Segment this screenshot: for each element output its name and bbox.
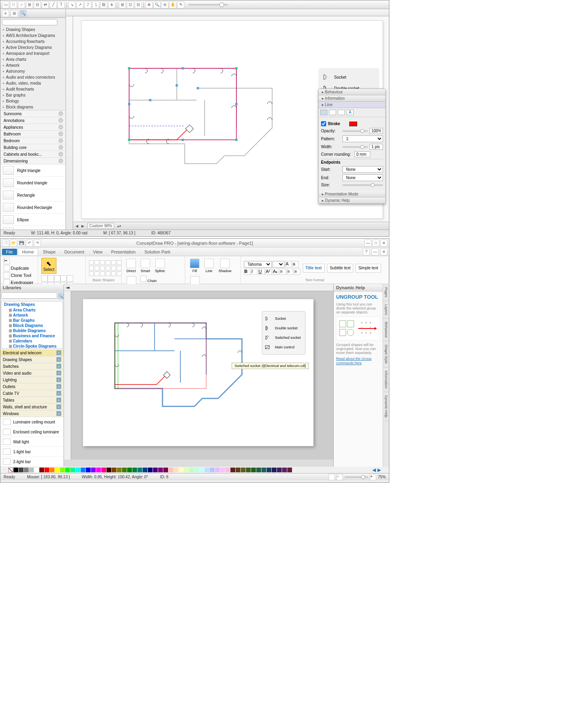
- tool-group2[interactable]: ⊟: [34, 1, 41, 8]
- color-swatch[interactable]: [215, 468, 220, 472]
- subgroup-item[interactable]: Dimensioning×: [0, 158, 66, 164]
- page-next-icon[interactable]: ▶: [81, 224, 84, 228]
- color-swatch[interactable]: [101, 468, 106, 472]
- lib-category-item[interactable]: Outlets×: [0, 383, 64, 390]
- dt-ellipse-icon[interactable]: [48, 275, 54, 282]
- bs-13[interactable]: [89, 271, 94, 276]
- sidebar-search-icon[interactable]: 🔍: [19, 10, 27, 17]
- category-item[interactable]: AWS Architecture Diagrams: [0, 33, 66, 39]
- fill-button[interactable]: Fill: [188, 258, 201, 274]
- category-item[interactable]: Bar graphs: [0, 92, 66, 98]
- dt-arc-icon[interactable]: [60, 275, 67, 282]
- color-swatch[interactable]: [241, 468, 246, 472]
- props-tab-shadow-icon[interactable]: [338, 110, 345, 115]
- bs-5[interactable]: [111, 260, 116, 265]
- bs-14[interactable]: [95, 271, 99, 276]
- props-information-section[interactable]: Information: [319, 95, 385, 102]
- shape-item[interactable]: Rectangle: [0, 189, 66, 201]
- lib-category-item[interactable]: Video and audio×: [0, 370, 64, 377]
- color-swatch[interactable]: [132, 468, 137, 472]
- zoom-display[interactable]: Custom 98%: [87, 223, 114, 229]
- qat-undo-icon[interactable]: ↶: [26, 240, 33, 247]
- tool-text[interactable]: T: [58, 1, 65, 8]
- lib-tree-item[interactable]: Bar Graphs: [2, 318, 62, 323]
- close-icon[interactable]: ✕: [380, 240, 387, 247]
- category-item[interactable]: Area charts: [0, 56, 66, 62]
- category-item[interactable]: Audit flowcharts: [0, 86, 66, 92]
- props-behaviour-section[interactable]: Behaviour: [319, 89, 385, 95]
- opacity-value-input[interactable]: [369, 128, 383, 134]
- category-item[interactable]: Astronomy: [0, 68, 66, 74]
- color-none-icon[interactable]: [8, 468, 13, 472]
- color-swatch[interactable]: [143, 468, 147, 472]
- tool-align2[interactable]: ⊡: [127, 1, 134, 8]
- tool-pen[interactable]: ✎: [177, 1, 184, 8]
- side-tab[interactable]: Information: [383, 367, 389, 392]
- category-item[interactable]: Accounting flowcharts: [0, 39, 66, 44]
- close-icon[interactable]: ×: [58, 111, 63, 116]
- font-grow-icon[interactable]: A: [285, 261, 292, 267]
- tool-hand[interactable]: ✋: [169, 1, 176, 8]
- props-presentation-section[interactable]: Presentation Mode: [319, 191, 385, 197]
- bs-6[interactable]: [117, 260, 122, 265]
- lib-category-item[interactable]: Windows×: [0, 410, 64, 417]
- lib-category-item[interactable]: Electrical and telecom×: [0, 350, 64, 356]
- tool-arrow1[interactable]: ↘: [68, 1, 75, 8]
- close-icon[interactable]: ×: [56, 357, 61, 362]
- bs-15[interactable]: [100, 271, 105, 276]
- floorplan-drawing[interactable]: [111, 319, 246, 414]
- tab-home[interactable]: Home: [18, 248, 38, 255]
- color-swatch[interactable]: [148, 468, 153, 472]
- color-swatch[interactable]: [236, 468, 240, 472]
- close-icon[interactable]: ×: [58, 152, 63, 157]
- color-swatch[interactable]: [39, 468, 44, 472]
- tool-zoom-in[interactable]: 🔍: [153, 1, 161, 8]
- minimize-icon[interactable]: —: [364, 240, 371, 247]
- tool-chain[interactable]: ⛓: [100, 1, 107, 8]
- subgroup-item[interactable]: Bathroom×: [0, 131, 66, 137]
- color-swatch[interactable]: [230, 468, 235, 472]
- lib-category-item[interactable]: Lighting×: [0, 377, 64, 383]
- subgroup-item[interactable]: Building core×: [0, 144, 66, 151]
- lib-tree-item[interactable]: Artwork: [2, 313, 62, 318]
- lib-tree-item[interactable]: Block Diagrams: [2, 323, 62, 328]
- palette-prev-icon[interactable]: ◀: [372, 467, 376, 473]
- bs-11[interactable]: [111, 266, 116, 271]
- color-swatch[interactable]: [106, 468, 111, 472]
- color-swatch[interactable]: [70, 468, 75, 472]
- shape-item[interactable]: Rounded triangle: [0, 177, 66, 189]
- title-text-button[interactable]: Title text: [303, 264, 325, 273]
- lib-category-item[interactable]: Switches×: [0, 363, 64, 370]
- clone-icon[interactable]: [4, 272, 10, 278]
- tool-line[interactable]: ╱: [50, 1, 57, 8]
- align-left-icon[interactable]: ≡: [280, 269, 286, 275]
- color-swatch[interactable]: [246, 468, 251, 472]
- sidebar-view2-icon[interactable]: ⊞: [11, 10, 18, 17]
- color-swatch[interactable]: [137, 468, 142, 472]
- color-swatch[interactable]: [86, 468, 91, 472]
- color-swatch[interactable]: [19, 468, 23, 472]
- color-swatch[interactable]: [189, 468, 194, 472]
- subtitle-text-button[interactable]: Subtitle text: [327, 264, 353, 273]
- zoom-slider[interactable]: [344, 476, 368, 478]
- ribbon-help-icon[interactable]: ?: [363, 248, 370, 255]
- help-link[interactable]: Read about the Group commands here: [336, 357, 371, 365]
- font-size-select[interactable]: 11: [273, 261, 284, 268]
- conn-direct-button[interactable]: Direct: [125, 258, 137, 274]
- color-swatch[interactable]: [194, 468, 199, 472]
- lib-shape-item[interactable]: 1-light bar: [0, 447, 64, 457]
- lib-tree[interactable]: Drawing Shapes Area ChartsArtworkBar Gra…: [1, 301, 63, 349]
- sub-icon[interactable]: A₂: [273, 269, 279, 275]
- category-item[interactable]: Aerospace and transport: [0, 50, 66, 56]
- color-swatch[interactable]: [24, 468, 29, 472]
- end-select[interactable]: None: [342, 174, 383, 181]
- props-tab-text-icon[interactable]: A: [346, 110, 354, 115]
- super-icon[interactable]: A²: [265, 269, 272, 275]
- color-swatch[interactable]: [256, 468, 261, 472]
- close-icon[interactable]: ×: [56, 384, 61, 389]
- lib-shape-item[interactable]: 2-light bar: [0, 457, 64, 467]
- color-swatch[interactable]: [199, 468, 204, 472]
- zoom-out-icon[interactable]: −: [337, 474, 343, 480]
- lib-shape-item[interactable]: Wall light: [0, 437, 64, 447]
- close-icon[interactable]: ×: [56, 364, 61, 369]
